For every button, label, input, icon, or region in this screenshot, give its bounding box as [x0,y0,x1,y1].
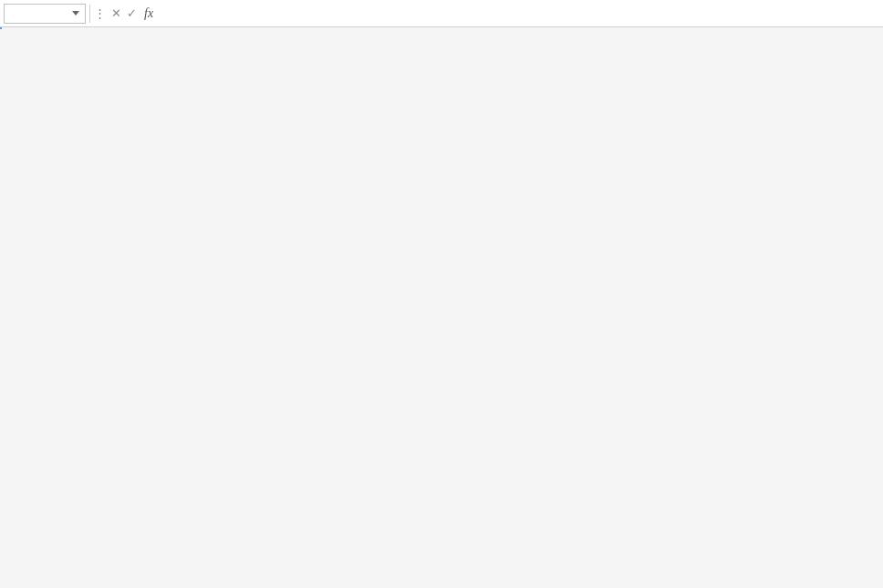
cancel-icon[interactable]: ✕ [111,6,121,20]
formula-input[interactable] [161,4,879,24]
enter-icon[interactable]: ✓ [127,6,137,20]
chevron-down-icon[interactable] [72,11,79,15]
spill-range-outline [0,27,2,29]
formula-bar-buttons: ⋮ ✕ ✓ [94,6,137,20]
name-box[interactable] [4,4,86,24]
formula-bar: ⋮ ✕ ✓ fx [0,0,883,27]
separator [89,5,90,23]
more-icon[interactable]: ⋮ [94,6,106,20]
fx-icon[interactable]: fx [140,6,157,21]
